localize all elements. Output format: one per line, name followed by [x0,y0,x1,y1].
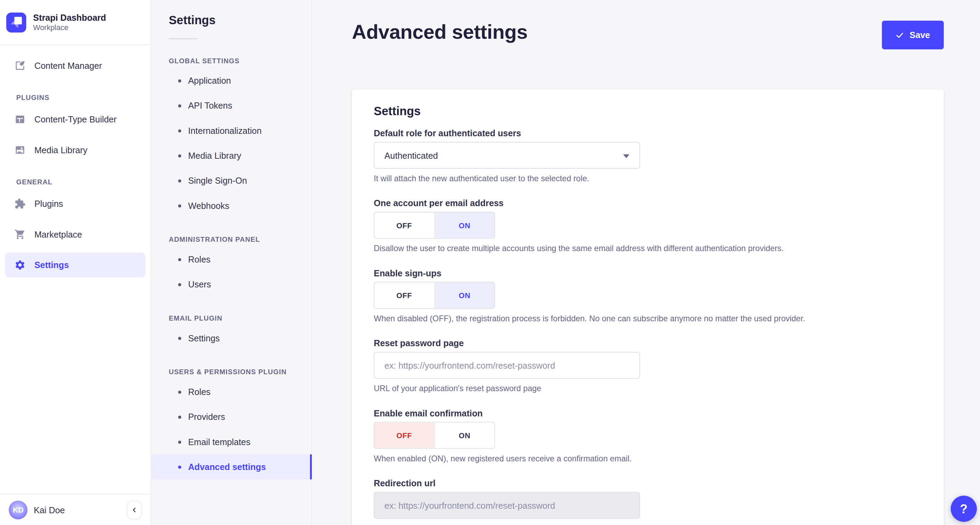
field-label: One account per email address [374,198,922,208]
gear-icon [14,259,26,271]
subnav-item-up-providers[interactable]: Providers [151,404,312,429]
field-hint: It will attach the new authenticated use… [374,174,922,183]
field-hint: Disallow the user to create multiple acc… [374,244,922,253]
toggle-off-option[interactable]: OFF [374,423,434,448]
field-hint: When disabled (OFF), the registration pr… [374,314,922,323]
subnav-item-media-library[interactable]: Media Library [151,143,312,168]
select-value: Authenticated [384,150,438,161]
subnav-item-admin-users[interactable]: Users [151,272,312,297]
puzzle-icon [14,198,26,210]
reset-password-input[interactable] [374,352,640,379]
subnav-title: Settings [151,14,312,28]
layout-grid-icon [14,114,26,125]
subnav-section-email-plugin: EMAIL PLUGIN [151,297,312,326]
enable-sign-ups-toggle: OFF ON [374,282,495,309]
settings-card: Settings Default role for authenticated … [352,89,944,525]
field-label: Default role for authenticated users [374,128,922,138]
field-label: Redirection url [374,478,922,488]
toggle-off-option[interactable]: OFF [374,212,434,238]
settings-subnav: Settings GLOBAL SETTINGS Application API… [151,0,312,525]
sidebar-item-label: Media Library [34,145,87,155]
subnav-item-internationalization[interactable]: Internationalization [151,118,312,143]
strapi-logo-icon [6,12,26,32]
one-account-toggle: OFF ON [374,212,495,239]
subnav-item-email-settings[interactable]: Settings [151,326,312,350]
subnav-item-single-sign-on[interactable]: Single Sign-On [151,168,312,193]
sidebar-section-plugins: PLUGINS [0,84,151,107]
sidebar-section-general: GENERAL [0,168,151,191]
collapse-sidebar-button[interactable] [127,501,142,519]
field-enable-email-confirmation: Enable email confirmation OFF ON When en… [374,408,922,463]
sidebar-item-content-type-builder[interactable]: Content-Type Builder [5,107,146,132]
feather-pen-icon [14,60,26,71]
picture-icon [14,144,26,156]
workspace-title: Strapi Dashboard [33,12,106,22]
save-button[interactable]: Save [882,21,944,49]
field-default-role: Default role for authenticated users Aut… [374,128,922,183]
sidebar-item-label: Content Manager [34,61,102,70]
field-label: Reset password page [374,338,922,348]
main-sidebar: Strapi Dashboard Workplace Content Manag… [0,0,151,525]
subnav-item-webhooks[interactable]: Webhooks [151,193,312,218]
sidebar-item-media-library[interactable]: Media Library [5,138,146,163]
sidebar-user-footer: KD Kai Doe [0,494,151,525]
page-header: Advanced settings Save [312,0,980,49]
chevron-left-icon [130,506,138,514]
subnav-section-administration-panel: ADMINISTRATION PANEL [151,218,312,247]
default-role-select[interactable]: Authenticated [374,142,640,169]
main-content: Advanced settings Save Settings Default … [312,0,980,525]
email-confirmation-toggle: OFF ON [374,422,495,449]
subnav-item-up-roles[interactable]: Roles [151,380,312,404]
subnav-item-api-tokens[interactable]: API Tokens [151,93,312,118]
field-redirection-url: Redirection url [374,478,922,519]
sidebar-item-label: Content-Type Builder [34,115,116,124]
sidebar-item-content-manager[interactable]: Content Manager [5,53,146,78]
sidebar-item-label: Plugins [34,199,63,209]
workspace-subtitle: Workplace [33,24,106,32]
field-enable-sign-ups: Enable sign-ups OFF ON When disabled (OF… [374,268,922,323]
sidebar-item-marketplace[interactable]: Marketplace [5,222,146,247]
redirection-url-input [374,492,640,519]
user-name: Kai Doe [34,504,65,515]
sidebar-item-plugins[interactable]: Plugins [5,191,146,216]
chevron-down-icon [623,154,630,158]
field-label: Enable sign-ups [374,268,922,278]
field-hint: When enabled (ON), new registered users … [374,454,922,463]
toggle-off-option[interactable]: OFF [374,282,434,308]
subnav-item-admin-roles[interactable]: Roles [151,247,312,272]
sidebar-item-settings[interactable]: Settings [5,252,146,278]
card-title: Settings [374,104,922,118]
field-hint: URL of your application's reset password… [374,384,922,393]
sidebar-item-label: Marketplace [34,229,82,239]
shopping-cart-icon [14,228,26,240]
app-root: Strapi Dashboard Workplace Content Manag… [0,0,980,525]
avatar: KD [9,501,27,519]
page-title: Advanced settings [352,21,528,44]
subnav-item-up-email-templates[interactable]: Email templates [151,429,312,454]
toggle-on-option[interactable]: ON [434,282,494,308]
workspace-brand: Strapi Dashboard Workplace [0,0,151,45]
subnav-item-application[interactable]: Application [151,68,312,93]
field-reset-password-page: Reset password page URL of your applicat… [374,338,922,393]
field-label: Enable email confirmation [374,408,922,418]
save-button-label: Save [910,30,930,40]
field-one-account-per-email: One account per email address OFF ON Dis… [374,198,922,253]
subnav-section-global-settings: GLOBAL SETTINGS [151,40,312,68]
toggle-on-option[interactable]: ON [434,423,494,448]
toggle-on-option[interactable]: ON [434,212,494,238]
help-button[interactable]: ? [951,496,977,522]
subnav-section-users-permissions-plugin: USERS & PERMISSIONS PLUGIN [151,351,312,380]
sidebar-nav: Content Manager PLUGINS Content-Type Bui… [0,45,151,493]
subnav-item-up-advanced-settings[interactable]: Advanced settings [151,455,312,479]
sidebar-item-label: Settings [34,260,69,270]
check-icon [896,31,904,39]
